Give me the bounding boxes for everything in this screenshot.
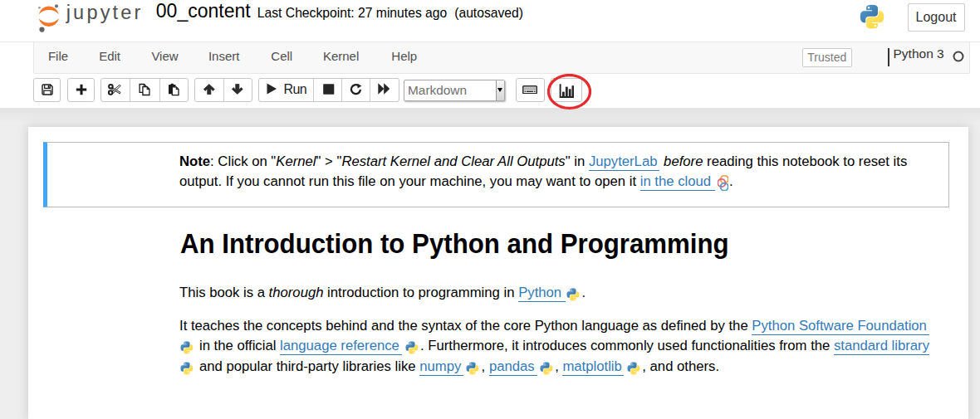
svg-text:jupyter: jupyter xyxy=(66,2,144,23)
